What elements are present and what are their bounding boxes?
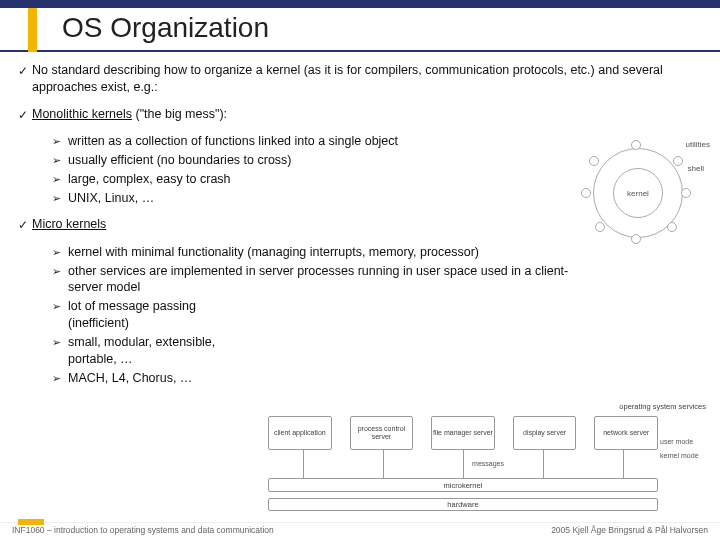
- footer-right: 2005 Kjell Åge Bringsrud & Pål Halvorsen: [551, 525, 708, 540]
- sub-item: ➢UNIX, Linux, …: [52, 190, 472, 207]
- microkernel-diagram: operating system services client applica…: [268, 404, 708, 516]
- utility-dot: [589, 156, 599, 166]
- sub-item: ➢small, modular, extensible, portable, …: [52, 334, 242, 368]
- kernel-ring-diagram: utilities shell kernel: [573, 140, 708, 248]
- title-wrap: OS Organization: [0, 8, 720, 52]
- sub-text: small, modular, extensible, portable, …: [68, 334, 242, 368]
- title-accent-square: [28, 8, 37, 52]
- footer-accent: [18, 519, 44, 525]
- kernel-mode-label: kernel mode: [660, 452, 708, 459]
- arrow-icon: ➢: [52, 190, 68, 207]
- utility-dot: [667, 222, 677, 232]
- messages-label: messages: [472, 460, 504, 467]
- client-app-box: client application: [268, 416, 332, 450]
- arrow-icon: ➢: [52, 370, 68, 387]
- sub-text: MACH, L4, Chorus, …: [68, 370, 242, 387]
- check-icon: ✓: [18, 106, 32, 123]
- sub-text: written as a collection of functions lin…: [68, 133, 472, 150]
- sub-text: usually efficient (no boundaries to cros…: [68, 152, 472, 169]
- check-icon: ✓: [18, 216, 32, 233]
- server-boxes-row: client application process control serve…: [268, 416, 658, 450]
- utility-dot: [673, 156, 683, 166]
- sub-item: ➢MACH, L4, Chorus, …: [52, 370, 242, 387]
- sub-item: ➢other services are implemented in serve…: [52, 263, 572, 297]
- utilities-label: utilities: [686, 140, 710, 149]
- kernel-label: kernel: [627, 189, 649, 198]
- sub-item: ➢kernel with minimal functionality (mana…: [52, 244, 572, 261]
- footer-left: INF1060 – introduction to operating syst…: [12, 525, 274, 540]
- network-server-box: network server: [594, 416, 658, 450]
- sub-item: ➢lot of message passing (inefficient): [52, 298, 242, 332]
- utility-dot: [631, 234, 641, 244]
- file-server-box: file manager server: [431, 416, 495, 450]
- arrow-icon: ➢: [52, 171, 68, 188]
- connector-line: [383, 450, 384, 478]
- utility-dot: [595, 222, 605, 232]
- display-server-box: display server: [513, 416, 577, 450]
- utility-dot: [681, 188, 691, 198]
- check-icon: ✓: [18, 62, 32, 96]
- arrow-icon: ➢: [52, 298, 68, 332]
- arrow-icon: ➢: [52, 334, 68, 368]
- os-services-label: operating system services: [619, 402, 706, 411]
- utility-dot: [581, 188, 591, 198]
- hardware-bar: hardware: [268, 498, 658, 511]
- slide-title: OS Organization: [62, 12, 720, 44]
- sub-item: ➢usually efficient (no boundaries to cro…: [52, 152, 472, 169]
- utility-dot: [631, 140, 641, 150]
- ring-inner: kernel: [613, 168, 663, 218]
- sub-item: ➢written as a collection of functions li…: [52, 133, 472, 150]
- connector-line: [543, 450, 544, 478]
- bullet-2-suffix: ("the big mess"):: [132, 107, 227, 121]
- bullet-1: ✓ No standard describing how to organize…: [18, 62, 702, 96]
- sub-text: large, complex, easy to crash: [68, 171, 472, 188]
- top-accent-bar: [0, 0, 720, 8]
- connector-line: [303, 450, 304, 478]
- slide-footer: INF1060 – introduction to operating syst…: [0, 522, 720, 540]
- microkernel-bar: microkernel: [268, 478, 658, 492]
- bullet-2-underlined: Monolithic kernels: [32, 107, 132, 121]
- arrow-icon: ➢: [52, 133, 68, 150]
- bullet-2-text: Monolithic kernels ("the big mess"):: [32, 106, 702, 123]
- bullet-1-text: No standard describing how to organize a…: [32, 62, 702, 96]
- connector-line: [623, 450, 624, 478]
- user-mode-label: user mode: [660, 438, 708, 445]
- sub-text: kernel with minimal functionality (manag…: [68, 244, 572, 261]
- arrow-icon: ➢: [52, 263, 68, 297]
- arrow-icon: ➢: [52, 152, 68, 169]
- bullet-2: ✓ Monolithic kernels ("the big mess"):: [18, 106, 702, 123]
- connector-line: [463, 450, 464, 478]
- shell-label: shell: [688, 164, 704, 173]
- arrow-icon: ➢: [52, 244, 68, 261]
- sub-text: UNIX, Linux, …: [68, 190, 472, 207]
- process-server-box: process control server: [350, 416, 414, 450]
- sub-item: ➢large, complex, easy to crash: [52, 171, 472, 188]
- bullet-3-sublist: ➢kernel with minimal functionality (mana…: [52, 244, 572, 387]
- sub-text: other services are implemented in server…: [68, 263, 572, 297]
- sub-text: lot of message passing (inefficient): [68, 298, 242, 332]
- bullet-2-sublist: ➢written as a collection of functions li…: [52, 133, 472, 207]
